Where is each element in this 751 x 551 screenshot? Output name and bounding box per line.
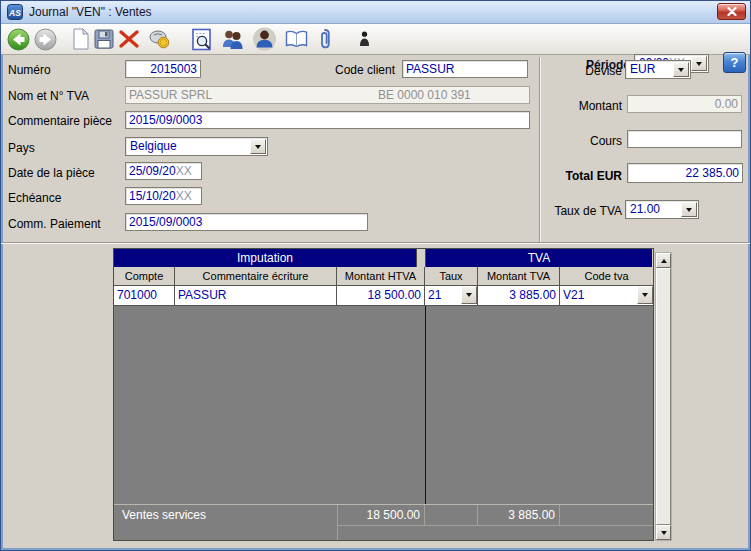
footer-label: Ventes services	[114, 505, 338, 525]
scroll-down-button[interactable]	[656, 525, 671, 540]
new-document-icon	[71, 28, 90, 50]
panel-divider-horizontal	[1, 242, 750, 244]
comm-paiement-label: Comm. Paiement	[8, 215, 101, 233]
code-tva-cell-dropdown-button[interactable]	[637, 286, 653, 304]
devise-dropdown-button[interactable]	[673, 62, 689, 77]
chevron-up-icon	[661, 259, 667, 263]
cell-taux[interactable]: 21	[425, 286, 478, 306]
devise-value: EUR	[630, 62, 655, 76]
panel-divider-vertical	[539, 57, 541, 242]
comm-paiement-field[interactable]: 2015/09/0003	[125, 213, 368, 231]
footer-montant-tva: 3 885.00	[478, 505, 560, 525]
date-piece-suffix: XX	[176, 164, 192, 178]
taux-tva-combobox[interactable]: 21.00	[625, 200, 699, 219]
entries-grid: Imputation TVA Compte Commentaire écritu…	[113, 248, 654, 541]
search-document-button[interactable]	[190, 26, 215, 52]
payment-button[interactable]	[147, 26, 172, 52]
cell-montant-tva[interactable]: 3 885.00	[478, 286, 560, 306]
save-button[interactable]	[93, 26, 115, 52]
footer-taux-empty	[425, 505, 478, 525]
numero-field[interactable]: 2015003	[125, 60, 201, 78]
chevron-down-icon	[642, 293, 648, 297]
grid-section-divider	[425, 306, 426, 504]
toolbar: Période 09/20XX ?	[1, 24, 750, 55]
pays-combobox[interactable]: Belgique	[125, 137, 268, 156]
chevron-down-icon	[686, 208, 692, 212]
delete-button[interactable]	[117, 26, 141, 52]
col-header-montant-htva: Montant HTVA	[337, 267, 425, 285]
nom-tva-field: PASSUR SPRL BE 0000 010 391	[125, 86, 530, 104]
journal-button[interactable]	[283, 26, 310, 52]
cours-field[interactable]	[627, 130, 742, 148]
chevron-down-icon	[661, 531, 667, 535]
scrollbar-thumb[interactable]	[656, 268, 671, 525]
new-document-button[interactable]	[70, 26, 91, 52]
grid-footer-bottom	[114, 525, 653, 540]
clients-icon	[220, 28, 245, 51]
close-icon	[727, 7, 737, 16]
footer-code-tva-empty	[560, 505, 653, 525]
cell-commentaire[interactable]: PASSUR	[175, 286, 337, 306]
commentaire-piece-field[interactable]: 2015/09/0003	[125, 111, 530, 129]
cours-label: Cours	[502, 132, 622, 150]
pays-dropdown-button[interactable]	[250, 139, 266, 154]
devise-combobox[interactable]: EUR	[625, 60, 691, 79]
montant-field: 0.00	[627, 95, 742, 113]
group-header-tva: TVA	[425, 249, 652, 267]
taux-cell-dropdown-button[interactable]	[461, 286, 477, 304]
titlebar: AS Journal "VEN" : Ventes	[1, 1, 750, 24]
footer-bottom-cell	[338, 525, 653, 540]
forward-button[interactable]	[33, 26, 58, 52]
footer-montant-htva: 18 500.00	[338, 505, 425, 525]
journal-icon	[284, 29, 309, 50]
footer-bottom-spacer	[114, 525, 338, 540]
code-client-label: Code client	[335, 61, 395, 79]
chevron-down-icon	[466, 293, 472, 297]
col-header-code-tva: Code tva	[560, 267, 653, 285]
nom-tva-label: Nom et N° TVA	[8, 87, 89, 105]
attachment-button[interactable]	[317, 26, 333, 52]
contact-button[interactable]	[251, 26, 278, 52]
grid-column-headers: Compte Commentaire écriture Montant HTVA…	[114, 267, 653, 286]
grid-row: 701000 PASSUR 18 500.00 21 3 885.00 V21	[114, 286, 653, 306]
cell-code-tva[interactable]: V21	[560, 286, 653, 306]
group-header-imputation: Imputation	[114, 249, 417, 267]
chevron-down-icon	[696, 62, 702, 66]
svg-text:AS: AS	[8, 8, 21, 18]
numero-label: Numéro	[8, 61, 51, 79]
col-header-compte: Compte	[114, 267, 175, 285]
periode-dropdown-button[interactable]	[691, 56, 707, 71]
grid-footer: Ventes services 18 500.00 3 885.00	[114, 504, 653, 525]
chevron-down-icon	[255, 145, 261, 149]
cell-compte[interactable]: 701000	[114, 286, 175, 306]
delete-icon	[118, 29, 140, 49]
echeance-value: 15/10/20	[129, 189, 176, 203]
echeance-field[interactable]: 15/10/20XX	[125, 187, 202, 205]
back-button[interactable]	[6, 26, 31, 52]
col-header-montant-tva: Montant TVA	[478, 267, 560, 285]
pays-value: Belgique	[130, 139, 177, 153]
help-button[interactable]: ?	[723, 52, 746, 73]
app-window: AS Journal "VEN" : Ventes	[0, 0, 751, 551]
cell-montant-htva[interactable]: 18 500.00	[337, 286, 425, 306]
taux-tva-label: Taux de TVA	[502, 202, 622, 220]
clients-button[interactable]	[219, 26, 246, 52]
assistant-button[interactable]	[357, 26, 372, 52]
echeance-suffix: XX	[176, 189, 192, 203]
window-title: Journal "VEN" : Ventes	[29, 5, 152, 19]
taux-tva-dropdown-button[interactable]	[681, 202, 697, 217]
cell-code-tva-value: V21	[563, 288, 584, 302]
montant-label: Montant	[502, 97, 622, 115]
col-header-taux: Taux	[425, 267, 478, 285]
devise-label: Devise	[502, 62, 622, 80]
close-button[interactable]	[717, 3, 746, 20]
echeance-label: Echéance	[8, 189, 61, 207]
search-document-icon	[191, 28, 214, 51]
attachment-icon	[318, 28, 332, 50]
commentaire-piece-label: Commentaire pièce	[8, 112, 112, 130]
toolbar-buttons	[6, 24, 372, 54]
vertical-scrollbar[interactable]	[655, 252, 672, 541]
scroll-up-button[interactable]	[656, 253, 671, 268]
date-piece-field[interactable]: 25/09/20XX	[125, 162, 202, 180]
contact-icon	[252, 27, 277, 51]
